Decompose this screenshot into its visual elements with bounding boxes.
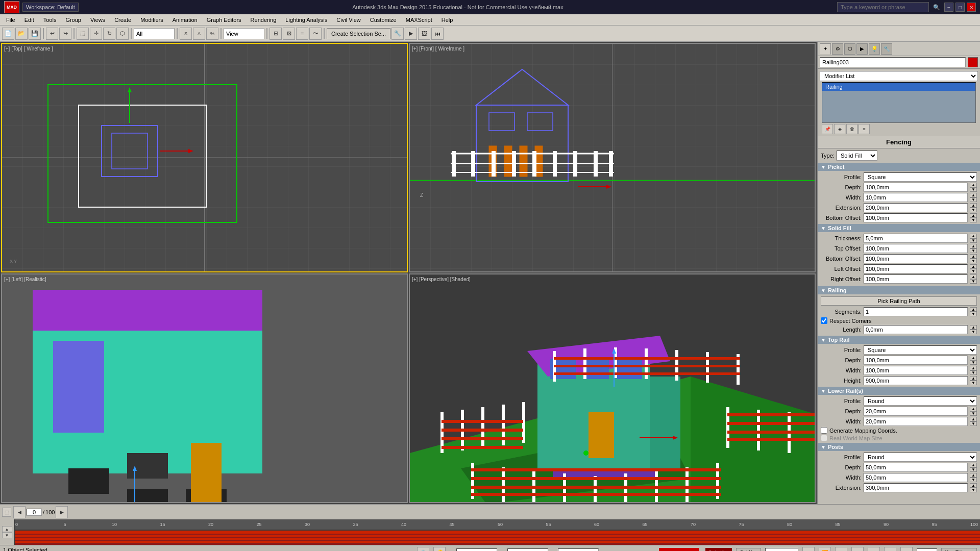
rof-down-btn[interactable]: ▼ xyxy=(970,279,977,284)
pw-up-btn[interactable]: ▲ xyxy=(970,473,977,478)
stop-btn[interactable]: ■ xyxy=(868,547,880,552)
filter-dropdown[interactable]: All xyxy=(134,28,175,39)
mirror-btn[interactable]: ⊟ xyxy=(270,28,282,40)
layer-btn[interactable]: ≡ xyxy=(296,28,308,40)
trd-up-btn[interactable]: ▲ xyxy=(970,356,977,360)
selected-dropdown[interactable]: Selected xyxy=(765,548,798,552)
new-button[interactable]: 📄 xyxy=(2,28,14,40)
extension-spinner[interactable]: ▲ ▼ xyxy=(970,203,977,212)
pd-down-btn[interactable]: ▼ xyxy=(970,467,977,472)
track-scroll-dn-btn[interactable]: ▼ xyxy=(2,532,12,538)
pick-railing-path-button[interactable]: Pick Railing Path xyxy=(821,296,977,306)
next-frame-play-btn[interactable]: ▶▶ xyxy=(884,547,896,552)
maximize-button[interactable]: □ xyxy=(955,3,965,12)
trw-down-btn[interactable]: ▼ xyxy=(970,370,977,375)
depth-up-btn[interactable]: ▲ xyxy=(970,183,977,187)
redo-button[interactable]: ↪ xyxy=(59,28,71,40)
top-offset-spinner[interactable]: ▲ ▼ xyxy=(970,244,977,253)
open-button[interactable]: 📂 xyxy=(15,28,28,40)
menu-file[interactable]: File xyxy=(2,15,19,25)
undo-button[interactable]: ↩ xyxy=(46,28,58,40)
close-button[interactable]: ✕ xyxy=(967,3,976,12)
thick-up-btn[interactable]: ▲ xyxy=(970,234,977,238)
len-up-btn[interactable]: ▲ xyxy=(970,325,977,330)
len-down-btn[interactable]: ▼ xyxy=(970,330,977,334)
menu-maxscript[interactable]: MAXScript xyxy=(402,15,436,25)
render-frame-btn[interactable]: 🖼 xyxy=(418,28,430,40)
align-btn[interactable]: ⊠ xyxy=(283,28,295,40)
seg-up-btn[interactable]: ▲ xyxy=(970,307,977,312)
utilities-panel-icon[interactable]: 🔧 xyxy=(881,43,892,55)
segments-spinner[interactable]: ▲ ▼ xyxy=(970,307,977,316)
set-key-button[interactable]: Set Key xyxy=(736,548,761,552)
track-animation-region[interactable] xyxy=(15,531,980,545)
ext-up-btn[interactable]: ▲ xyxy=(970,203,977,208)
view-dropdown[interactable]: View xyxy=(224,28,264,39)
ld-down-btn[interactable]: ▼ xyxy=(970,411,977,416)
thickness-spinner[interactable]: ▲ ▼ xyxy=(970,234,977,243)
length-spinner[interactable]: ▲ ▼ xyxy=(970,325,977,334)
viewport-left[interactable]: [+] [Left] [Realistic] xyxy=(1,273,408,503)
hierarchy-panel-icon[interactable]: ⬡ xyxy=(844,43,855,55)
menu-help[interactable]: Help xyxy=(437,15,457,25)
select-button[interactable]: ⬚ xyxy=(77,28,89,40)
coord-z-value[interactable]: 0,0mm xyxy=(558,548,599,552)
scale-button[interactable]: ⬡ xyxy=(116,28,129,40)
bot-off-up-btn[interactable]: ▲ xyxy=(970,213,977,218)
type-dropdown[interactable]: Solid Fill xyxy=(837,151,877,161)
railing-section-header[interactable]: ▼ Railing xyxy=(818,286,980,294)
angle-snap-btn[interactable]: A xyxy=(193,28,205,40)
posts-width-spinner[interactable]: ▲ ▼ xyxy=(970,473,977,482)
coord-x-value[interactable]: 2970,96mm xyxy=(456,548,497,552)
top-rail-width-spinner[interactable]: ▲ ▼ xyxy=(970,366,977,375)
top-off-up-btn[interactable]: ▲ xyxy=(970,244,977,248)
solid-fill-section-header[interactable]: ▼ Solid Fill xyxy=(818,224,980,232)
motion-panel-icon[interactable]: ▶ xyxy=(856,43,868,55)
menu-customize[interactable]: Customize xyxy=(366,15,401,25)
prev-frame-play-btn[interactable]: ◀ xyxy=(835,547,847,552)
search-icon[interactable]: 🔍 xyxy=(933,4,940,11)
go-start-btn[interactable]: ⏮ xyxy=(802,547,815,552)
play-btn[interactable]: ▶ xyxy=(851,547,864,552)
pin-stack-btn[interactable]: 📌 xyxy=(822,124,833,134)
modify-panel-icon[interactable]: ⚙ xyxy=(832,43,843,55)
lw-down-btn[interactable]: ▼ xyxy=(970,421,977,426)
bottom-offset-spinner[interactable]: ▲ ▼ xyxy=(970,213,977,222)
trh-down-btn[interactable]: ▼ xyxy=(970,381,977,385)
thick-down-btn[interactable]: ▼ xyxy=(970,238,977,243)
depth-spinner[interactable]: ▲ ▼ xyxy=(970,183,977,192)
curves-btn[interactable]: 〜 xyxy=(309,28,322,40)
keyword-search-input[interactable] xyxy=(837,2,929,12)
go-end-btn[interactable]: ⏭ xyxy=(900,547,913,552)
ext-down-btn[interactable]: ▼ xyxy=(970,208,977,212)
menu-animation[interactable]: Animation xyxy=(168,15,202,25)
coord-y-value[interactable]: 3000,0mm xyxy=(507,548,548,552)
menu-rendering[interactable]: Rendering xyxy=(247,15,281,25)
profile-dropdown[interactable]: Square xyxy=(864,172,977,182)
posts-profile-dropdown[interactable]: Round xyxy=(864,453,977,462)
menu-civil[interactable]: Civil View xyxy=(332,15,364,25)
menu-graph-editors[interactable]: Graph Editors xyxy=(203,15,246,25)
frame-number-input[interactable]: 0 xyxy=(917,548,937,552)
pe-down-btn[interactable]: ▼ xyxy=(970,488,977,492)
menu-tools[interactable]: Tools xyxy=(39,15,61,25)
rof-up-btn[interactable]: ▲ xyxy=(970,274,977,279)
menu-modifiers[interactable]: Modifiers xyxy=(136,15,167,25)
top-rail-height-spinner[interactable]: ▲ ▼ xyxy=(970,376,977,385)
posts-depth-spinner[interactable]: ▲ ▼ xyxy=(970,463,977,472)
trd-down-btn[interactable]: ▼ xyxy=(970,360,977,365)
percent-snap-btn[interactable]: % xyxy=(206,28,218,40)
top-off-down-btn[interactable]: ▼ xyxy=(970,248,977,253)
pw-down-btn[interactable]: ▼ xyxy=(970,478,977,482)
pd-up-btn[interactable]: ▲ xyxy=(970,463,977,467)
menu-lighting[interactable]: Lighting Analysis xyxy=(281,15,331,25)
menu-create[interactable]: Create xyxy=(110,15,135,25)
render-setup-btn[interactable]: 🔧 xyxy=(391,28,404,40)
render-last-btn[interactable]: ⏮ xyxy=(431,28,444,40)
viewport-perspective[interactable]: [+] [Perspective] [Shaded] xyxy=(409,273,816,503)
menu-edit[interactable]: Edit xyxy=(20,15,38,25)
menu-views[interactable]: Views xyxy=(86,15,109,25)
lower-rails-section-header[interactable]: ▼ Lower Rail(s) xyxy=(818,387,980,395)
trh-up-btn[interactable]: ▲ xyxy=(970,376,977,381)
object-name-input[interactable] xyxy=(820,57,966,67)
